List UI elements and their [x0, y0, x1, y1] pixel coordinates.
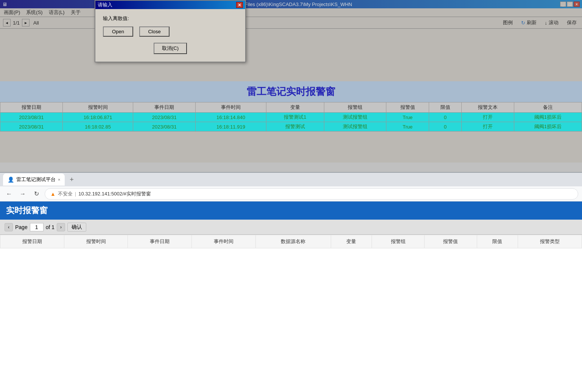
dialog-close-icon-btn[interactable]: ×: [236, 2, 243, 8]
browser-of-label: of 1: [46, 224, 54, 230]
not-secure-label: 不安全: [58, 191, 73, 197]
bth-event-date: 事件日期: [128, 235, 192, 248]
dialog-title: 请输入: [98, 2, 112, 8]
back-btn[interactable]: ←: [4, 189, 14, 199]
browser-window: 👤 雷工笔记测试平台 × + ← → ↻ ▲ 不安全 | 10.32.192.1…: [0, 172, 582, 392]
forward-icon: →: [20, 191, 26, 197]
address-url: 10.32.192.141:5002/#实时报警窗: [78, 191, 151, 197]
dialog-open-button[interactable]: Open: [103, 26, 133, 37]
bth-alarm-date: 报警日期: [0, 235, 64, 248]
browser-confirm-btn[interactable]: 确认: [67, 223, 86, 232]
forward-btn[interactable]: →: [17, 189, 28, 199]
dialog-cancel-button[interactable]: 取消(C): [154, 43, 187, 54]
browser-prev-icon: ‹: [8, 225, 9, 230]
browser-tab[interactable]: 👤 雷工笔记测试平台 ×: [3, 174, 65, 186]
browser-next-icon: ›: [60, 225, 62, 230]
security-warning-icon: ▲: [50, 191, 56, 197]
browser-page-header: 实时报警窗: [0, 201, 582, 220]
bth-datasource: 数据源名称: [255, 235, 331, 248]
close-x-icon: ×: [238, 2, 241, 8]
browser-table-header: 报警日期 报警时间 事件日期 事件时间 数据源名称 变量 报警组 报警值 限值 …: [0, 235, 582, 248]
back-icon: ←: [6, 191, 12, 197]
tab-close-btn[interactable]: ×: [58, 177, 60, 182]
refresh-nav-icon: ↻: [34, 190, 39, 197]
dialog-titlebar: 请输入 ×: [95, 1, 245, 9]
bth-alarm-group: 报警组: [372, 235, 425, 248]
browser-header-title: 实时报警窗: [6, 205, 48, 216]
bth-variable: 变量: [331, 235, 372, 248]
browser-alarm-table: 报警日期 报警时间 事件日期 事件时间 数据源名称 变量 报警组 报警值 限值 …: [0, 235, 582, 248]
browser-titlebar: 👤 雷工笔记测试平台 × +: [0, 173, 582, 186]
bth-alarm-value: 报警值: [424, 235, 477, 248]
dialog-close-button[interactable]: Close: [139, 26, 170, 37]
tab-title: 雷工笔记测试平台: [16, 176, 56, 183]
browser-page-input[interactable]: [30, 223, 44, 231]
bth-event-time: 事件时间: [192, 235, 256, 248]
dialog-primary-buttons: Open Close: [103, 26, 238, 37]
bth-alarm-time: 报警时间: [64, 235, 128, 248]
dialog-overlay: [0, 0, 582, 163]
browser-prev-btn[interactable]: ‹: [5, 223, 13, 231]
bth-limit: 限值: [477, 235, 518, 248]
dialog-input-label: 输入离散值:: [103, 15, 238, 22]
browser-next-btn[interactable]: ›: [57, 223, 65, 231]
dialog-cancel-row: 取消(C): [103, 43, 238, 54]
tab-user-icon: 👤: [8, 177, 14, 183]
browser-nav: ← → ↻ ▲ 不安全 | 10.32.192.141:5002/#实时报警窗: [0, 186, 582, 201]
browser-content: 实时报警窗 ‹ Page of 1 › 确认 报警日期 报警时间 事件日期 事件…: [0, 201, 582, 392]
browser-pagination-bar: ‹ Page of 1 › 确认: [0, 220, 582, 235]
browser-page-label: Page: [15, 224, 28, 230]
new-tab-btn[interactable]: +: [66, 174, 77, 185]
bth-alarm-type: 报警类型: [518, 235, 582, 248]
refresh-nav-btn[interactable]: ↻: [31, 189, 42, 199]
dialog: 请输入 × 输入离散值: Open Close 取消(C): [95, 0, 246, 62]
dialog-body: 输入离散值: Open Close 取消(C): [95, 9, 245, 62]
address-bar[interactable]: ▲ 不安全 | 10.32.192.141:5002/#实时报警窗: [45, 188, 578, 200]
address-separator: |: [75, 191, 76, 197]
